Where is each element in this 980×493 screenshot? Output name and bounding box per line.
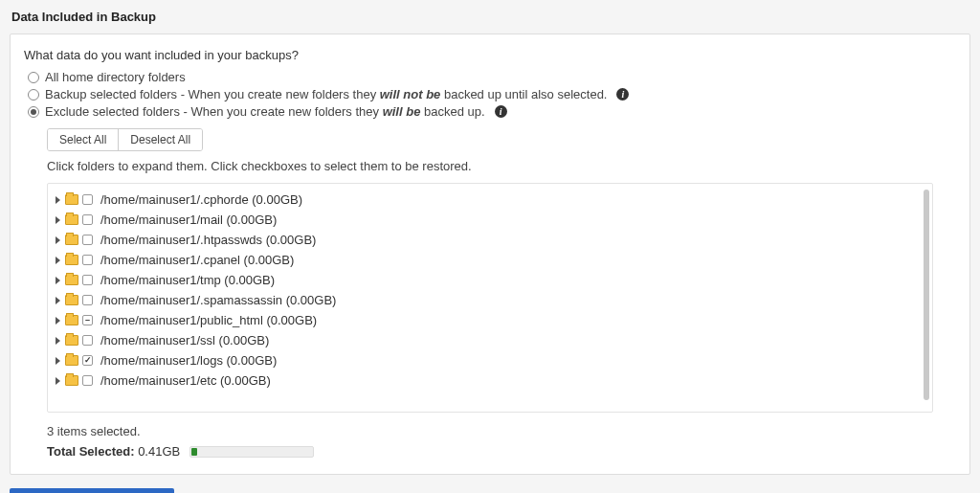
option-label: Exclude selected folders - When you crea… — [45, 104, 485, 119]
tree-row[interactable]: /home/mainuser1/tmp (0.00GB) — [52, 270, 928, 290]
option-backup-selected[interactable]: Backup selected folders - When you creat… — [28, 87, 956, 101]
folder-icon — [65, 335, 78, 346]
expand-arrow-icon[interactable] — [56, 377, 60, 385]
expand-arrow-icon[interactable] — [56, 297, 60, 304]
expand-arrow-icon[interactable] — [56, 357, 60, 365]
option-label: Backup selected folders - When you creat… — [45, 87, 607, 101]
tree-row[interactable]: /home/mainuser1/logs (0.00GB) — [52, 350, 928, 370]
folder-icon — [65, 214, 78, 225]
folder-checkbox[interactable] — [82, 194, 93, 205]
folder-checkbox[interactable] — [82, 355, 93, 366]
folder-checkbox[interactable] — [82, 375, 93, 386]
total-value: 0.41GB — [138, 444, 180, 459]
folder-icon — [65, 255, 78, 265]
folder-path: /home/mainuser1/mail (0.00GB) — [100, 213, 277, 227]
folder-icon — [65, 375, 78, 386]
usage-bar — [189, 446, 314, 458]
folder-tree: /home/mainuser1/.cphorde (0.00GB)/home/m… — [47, 183, 933, 413]
tree-row[interactable]: /home/mainuser1/etc (0.00GB) — [52, 370, 928, 391]
tree-row[interactable]: /home/mainuser1/.cpanel (0.00GB) — [52, 250, 928, 270]
deselect-all-button[interactable]: Deselect All — [118, 129, 202, 150]
expand-arrow-icon[interactable] — [56, 277, 60, 284]
folder-checkbox[interactable] — [82, 335, 93, 346]
option-exclude-selected[interactable]: Exclude selected folders - When you crea… — [28, 104, 956, 119]
apply-changes-button[interactable]: Apply Changes — [10, 488, 174, 493]
question-text: What data do you want included in your b… — [24, 48, 956, 62]
total-selected: Total Selected: 0.41GB — [47, 444, 956, 459]
selection-status: 3 items selected. — [47, 424, 956, 438]
folder-icon — [65, 275, 78, 285]
folder-icon — [65, 315, 78, 325]
select-button-group: Select All Deselect All — [47, 128, 203, 151]
folder-path: /home/mainuser1/.htpasswds (0.00GB) — [100, 233, 316, 247]
tree-row[interactable]: /home/mainuser1/.spamassassin (0.00GB) — [52, 290, 928, 310]
folder-checkbox[interactable] — [82, 315, 93, 325]
select-all-button[interactable]: Select All — [48, 129, 118, 150]
expand-arrow-icon[interactable] — [56, 236, 60, 244]
radio-icon — [28, 89, 39, 101]
tree-row[interactable]: /home/mainuser1/mail (0.00GB) — [52, 210, 928, 230]
tree-row[interactable]: /home/mainuser1/public_html (0.00GB) — [52, 310, 928, 330]
option-label: All home directory folders — [45, 70, 186, 84]
scrollbar[interactable] — [924, 190, 929, 400]
backup-panel: What data do you want included in your b… — [10, 34, 970, 475]
folder-path: /home/mainuser1/logs (0.00GB) — [100, 353, 277, 368]
folder-path: /home/mainuser1/.spamassassin (0.00GB) — [100, 293, 336, 307]
folder-path: /home/mainuser1/.cphorde (0.00GB) — [100, 192, 302, 207]
folder-icon — [65, 355, 78, 366]
folder-icon — [65, 295, 78, 305]
info-icon[interactable]: i — [495, 105, 507, 118]
page-title: Data Included in Backup — [11, 10, 970, 24]
folder-checkbox[interactable] — [82, 275, 93, 285]
radio-icon — [28, 106, 39, 118]
folder-path: /home/mainuser1/ssl (0.00GB) — [100, 333, 269, 347]
hint-text: Click folders to expand them. Click chec… — [47, 159, 956, 173]
footer-actions: Apply Changes Cancel — [10, 488, 970, 493]
folder-icon — [65, 235, 78, 245]
folder-icon — [65, 194, 78, 205]
folder-checkbox[interactable] — [82, 255, 93, 265]
folder-checkbox[interactable] — [82, 235, 93, 245]
folder-checkbox[interactable] — [82, 295, 93, 305]
expand-arrow-icon[interactable] — [56, 317, 60, 325]
info-icon[interactable]: i — [616, 88, 629, 101]
folder-path: /home/mainuser1/public_html (0.00GB) — [100, 313, 317, 327]
folder-path: /home/mainuser1/.cpanel (0.00GB) — [100, 253, 294, 267]
folder-path: /home/mainuser1/tmp (0.00GB) — [100, 273, 275, 287]
expand-arrow-icon[interactable] — [56, 337, 60, 345]
option-all-folders[interactable]: All home directory folders — [28, 70, 956, 84]
expand-arrow-icon[interactable] — [56, 257, 60, 264]
expand-arrow-icon[interactable] — [56, 196, 60, 204]
expand-arrow-icon[interactable] — [56, 216, 60, 224]
folder-checkbox[interactable] — [82, 214, 93, 225]
radio-icon — [28, 72, 39, 83]
tree-row[interactable]: /home/mainuser1/.htpasswds (0.00GB) — [52, 230, 928, 250]
folder-path: /home/mainuser1/etc (0.00GB) — [100, 373, 271, 388]
tree-row[interactable]: /home/mainuser1/ssl (0.00GB) — [52, 330, 928, 350]
tree-row[interactable]: /home/mainuser1/.cphorde (0.00GB) — [52, 190, 928, 210]
